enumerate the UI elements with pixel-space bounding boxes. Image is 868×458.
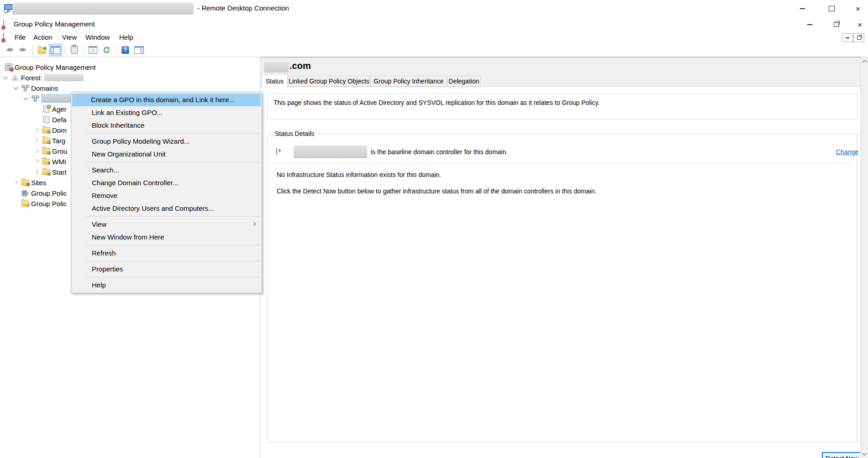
menu-item-block-inheritance[interactable]: Block Inheritance bbox=[72, 119, 261, 132]
tree-item-gp-modeling[interactable]: Group Polic bbox=[0, 188, 67, 198]
ou-folder-icon bbox=[42, 126, 50, 134]
app-titlebar: Group Policy Management × bbox=[0, 17, 868, 31]
expand-chevron[interactable] bbox=[3, 74, 9, 81]
ou-folder-icon bbox=[42, 137, 50, 144]
collapse-chevron[interactable] bbox=[34, 169, 40, 175]
vertical-scrollbar[interactable] bbox=[860, 57, 868, 458]
forest-name-redacted bbox=[44, 74, 84, 81]
rdp-title: - Remote Desktop Connection bbox=[197, 0, 289, 16]
menu-item-view[interactable]: View bbox=[72, 218, 261, 231]
show-console-tree-button[interactable] bbox=[49, 44, 62, 56]
status-description-box: This page shows the status of Active Dir… bbox=[267, 94, 857, 120]
rdp-close-button[interactable]: × bbox=[851, 3, 865, 15]
menu-item-new-organizational-unit[interactable]: New Organizational Unit bbox=[72, 148, 261, 161]
properties-button[interactable] bbox=[86, 44, 100, 56]
up-one-level-button[interactable] bbox=[35, 44, 48, 56]
menu-item-properties[interactable]: Properties bbox=[72, 263, 261, 276]
baseline-dc-name-redacted bbox=[294, 146, 367, 158]
menu-item-create-gpo[interactable]: Create a GPO in this domain, and Link it… bbox=[72, 94, 261, 106]
show-action-pane-button[interactable] bbox=[132, 44, 146, 56]
child-restore-button[interactable] bbox=[853, 33, 864, 42]
collapse-chevron[interactable] bbox=[34, 137, 40, 144]
collapse-chevron[interactable] bbox=[34, 127, 40, 133]
menu-item-refresh[interactable]: Refresh bbox=[72, 247, 261, 260]
toolbar-separator bbox=[32, 45, 33, 55]
status-description: This page shows the status of Active Dir… bbox=[274, 99, 600, 106]
tree-item-forest[interactable]: Forest: bbox=[0, 73, 84, 83]
menu-item-ad-users-and-computers[interactable]: Active Directory Users and Computers... bbox=[72, 202, 261, 215]
app-restore-button[interactable] bbox=[829, 19, 843, 31]
child-minimize-button[interactable] bbox=[842, 33, 853, 42]
submenu-arrow-icon bbox=[253, 222, 256, 226]
domain-context-menu: Create a GPO in this domain, and Link it… bbox=[71, 92, 262, 293]
tree-item-label: Grou bbox=[52, 147, 67, 155]
restore-icon bbox=[834, 22, 839, 27]
scroll-down-button[interactable] bbox=[861, 450, 868, 458]
no-infrastructure-status-text: No Infrastructure Status information exi… bbox=[277, 171, 441, 178]
menu-item-help[interactable]: Help bbox=[72, 279, 261, 291]
collapse-chevron[interactable] bbox=[34, 158, 40, 165]
tab-status[interactable]: Status bbox=[262, 74, 288, 87]
forward-button[interactable] bbox=[16, 44, 30, 56]
tree-item-gpo-link-2[interactable]: Defa bbox=[0, 114, 67, 125]
menu-window[interactable]: Window bbox=[81, 31, 114, 43]
tree-item-gpo-container[interactable]: Grou bbox=[0, 146, 67, 156]
menu-item-link-existing-gpo[interactable]: Link an Existing GPO... bbox=[72, 106, 261, 119]
tree-item-ou-1[interactable]: Dom bbox=[0, 125, 67, 135]
tab-linked-gpos[interactable]: Linked Group Policy Objects bbox=[288, 76, 370, 87]
help-button[interactable] bbox=[119, 44, 132, 56]
back-button[interactable] bbox=[3, 44, 16, 56]
restore-icon bbox=[857, 36, 861, 40]
tree-item-gp-results[interactable]: Group Polic bbox=[0, 198, 67, 208]
collapse-chevron[interactable] bbox=[13, 179, 19, 186]
baseline-dc-text: is the baseline domain controller for th… bbox=[371, 148, 508, 156]
change-dc-link[interactable]: Change bbox=[836, 148, 858, 156]
domain-header-suffix: .com bbox=[289, 61, 311, 71]
toolbar-separator bbox=[84, 45, 84, 55]
scroll-up-button[interactable] bbox=[861, 57, 868, 65]
menu-file[interactable]: File bbox=[11, 31, 30, 43]
menu-item-search[interactable]: Search... bbox=[72, 164, 261, 177]
detect-now-button[interactable]: Detect Now bbox=[822, 452, 862, 458]
status-expand-button[interactable] bbox=[276, 147, 277, 156]
tree-item-sites[interactable]: Sites bbox=[0, 177, 46, 187]
expand-chevron[interactable] bbox=[23, 95, 29, 102]
menu-help[interactable]: Help bbox=[115, 31, 137, 43]
refresh-button[interactable] bbox=[100, 44, 113, 56]
rdp-computer-name-redacted bbox=[12, 3, 194, 15]
expand-chevron[interactable] bbox=[13, 85, 19, 91]
export-list-button[interactable] bbox=[68, 44, 81, 56]
tab-delegation[interactable]: Delegation bbox=[447, 76, 481, 87]
tree-item-gpo-link-1[interactable]: Ager bbox=[0, 104, 67, 114]
status-separator bbox=[273, 163, 851, 164]
tree-item-label: Group Polic bbox=[31, 189, 67, 197]
menu-item-gp-modeling-wizard[interactable]: Group Policy Modeling Wizard... bbox=[72, 135, 261, 148]
menu-item-change-domain-controller[interactable]: Change Domain Controller... bbox=[72, 177, 261, 189]
scroll-up-icon bbox=[862, 59, 867, 64]
app-title: Group Policy Management bbox=[14, 20, 95, 28]
rdp-minimize-button[interactable] bbox=[795, 3, 809, 15]
starter-gpo-folder-icon bbox=[42, 168, 50, 176]
tree-item-gpmc-root[interactable]: Group Policy Management bbox=[0, 62, 96, 72]
rdp-titlebar: - Remote Desktop Connection × bbox=[0, 0, 868, 17]
tree-item-wmi-filters[interactable]: WMI bbox=[0, 156, 66, 167]
tab-gp-inheritance[interactable]: Group Policy Inheritance bbox=[370, 76, 447, 87]
tree-item-starter-gpos[interactable]: Start bbox=[0, 167, 67, 177]
refresh-icon bbox=[103, 46, 110, 54]
toolbar-separator bbox=[65, 45, 65, 55]
menu-action[interactable]: Action bbox=[29, 31, 57, 43]
forward-icon bbox=[20, 47, 26, 52]
tree-item-ou-2[interactable]: Targ bbox=[0, 135, 65, 146]
wmi-folder-icon bbox=[42, 158, 50, 165]
menu-item-new-window-from-here[interactable]: New Window from Here bbox=[72, 231, 261, 244]
menu-item-remove[interactable]: Remove bbox=[72, 189, 261, 202]
collapse-chevron[interactable] bbox=[34, 148, 40, 154]
menu-view[interactable]: View bbox=[58, 31, 81, 43]
app-close-button[interactable]: × bbox=[853, 19, 867, 31]
rdp-maximize-button[interactable] bbox=[825, 3, 838, 15]
app-minimize-button[interactable] bbox=[803, 19, 816, 31]
detect-now-hint-text: Click the Detect Now button below to gat… bbox=[277, 187, 596, 195]
tree-item-domains[interactable]: Domains bbox=[0, 83, 58, 93]
tree-item-domain-selected[interactable] bbox=[0, 94, 74, 104]
menu-separator bbox=[86, 133, 260, 134]
